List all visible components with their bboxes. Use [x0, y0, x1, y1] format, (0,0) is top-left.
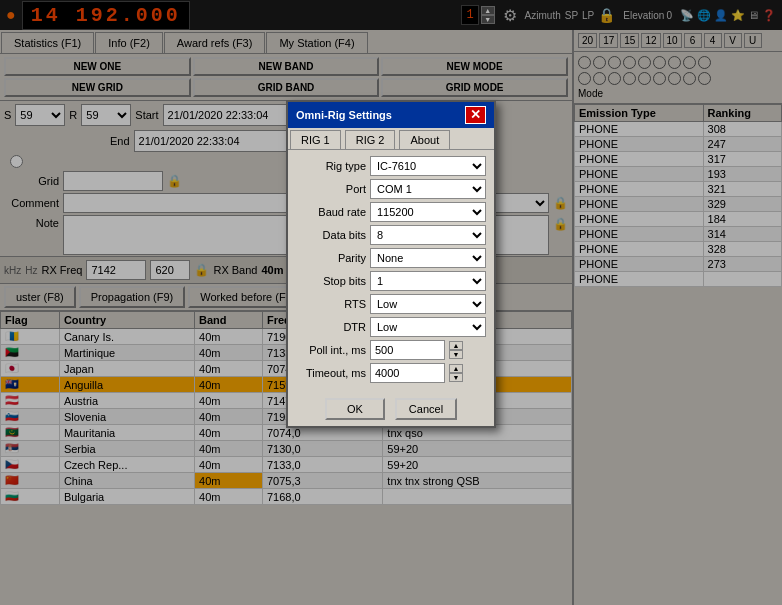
dialog-field-label-6: RTS	[296, 298, 366, 310]
dialog-overlay: Omni-Rig Settings ✕ RIG 1 RIG 2 About Ri…	[0, 0, 782, 605]
dialog-spin-up-9[interactable]: ▲	[449, 364, 463, 373]
dialog-field-select-4[interactable]: NoneOddEven	[370, 248, 486, 268]
dialog-field-label-2: Baud rate	[296, 206, 366, 218]
dialog-field-spin-8[interactable]	[370, 340, 445, 360]
dialog-tabs: RIG 1 RIG 2 About	[288, 128, 494, 150]
dialog-field-row-4: ParityNoneOddEven	[296, 248, 486, 268]
dialog-tab-about[interactable]: About	[399, 130, 450, 149]
dialog-field-row-9: Timeout, ms▲▼	[296, 363, 486, 383]
dialog-spin-down-9[interactable]: ▼	[449, 373, 463, 382]
dialog-field-spin-9[interactable]	[370, 363, 445, 383]
dialog-close-btn[interactable]: ✕	[465, 106, 486, 124]
dialog-field-row-1: PortCOM 1COM 2COM 3	[296, 179, 486, 199]
omni-rig-dialog: Omni-Rig Settings ✕ RIG 1 RIG 2 About Ri…	[286, 100, 496, 428]
dialog-ok-btn[interactable]: OK	[325, 398, 385, 420]
dialog-field-row-6: RTSLowHighHandshake	[296, 294, 486, 314]
dialog-field-row-2: Baud rate9600192003840057600115200	[296, 202, 486, 222]
dialog-titlebar: Omni-Rig Settings ✕	[288, 102, 494, 128]
dialog-field-row-3: Data bits78	[296, 225, 486, 245]
dialog-field-select-1[interactable]: COM 1COM 2COM 3	[370, 179, 486, 199]
dialog-cancel-btn[interactable]: Cancel	[395, 398, 457, 420]
dialog-field-label-3: Data bits	[296, 229, 366, 241]
dialog-field-row-8: Poll int., ms▲▼	[296, 340, 486, 360]
dialog-title: Omni-Rig Settings	[296, 109, 392, 121]
dialog-field-label-8: Poll int., ms	[296, 344, 366, 356]
dialog-field-select-3[interactable]: 78	[370, 225, 486, 245]
dialog-field-label-5: Stop bits	[296, 275, 366, 287]
dialog-field-label-9: Timeout, ms	[296, 367, 366, 379]
dialog-field-label-1: Port	[296, 183, 366, 195]
dialog-field-select-6[interactable]: LowHighHandshake	[370, 294, 486, 314]
dialog-field-select-2[interactable]: 9600192003840057600115200	[370, 202, 486, 222]
dialog-field-select-0[interactable]: IC-7610	[370, 156, 486, 176]
dialog-spin-down-8[interactable]: ▼	[449, 350, 463, 359]
dialog-tab-rig1[interactable]: RIG 1	[290, 130, 341, 149]
dialog-field-row-0: Rig typeIC-7610	[296, 156, 486, 176]
dialog-spin-up-8[interactable]: ▲	[449, 341, 463, 350]
dialog-footer: OK Cancel	[288, 392, 494, 426]
dialog-tab-rig2[interactable]: RIG 2	[345, 130, 396, 149]
dialog-field-label-7: DTR	[296, 321, 366, 333]
dialog-field-select-7[interactable]: LowHighHandshake	[370, 317, 486, 337]
dialog-field-label-0: Rig type	[296, 160, 366, 172]
dialog-field-row-7: DTRLowHighHandshake	[296, 317, 486, 337]
dialog-field-label-4: Parity	[296, 252, 366, 264]
dialog-body: Rig typeIC-7610PortCOM 1COM 2COM 3Baud r…	[288, 150, 494, 392]
dialog-field-row-5: Stop bits12	[296, 271, 486, 291]
dialog-field-select-5[interactable]: 12	[370, 271, 486, 291]
